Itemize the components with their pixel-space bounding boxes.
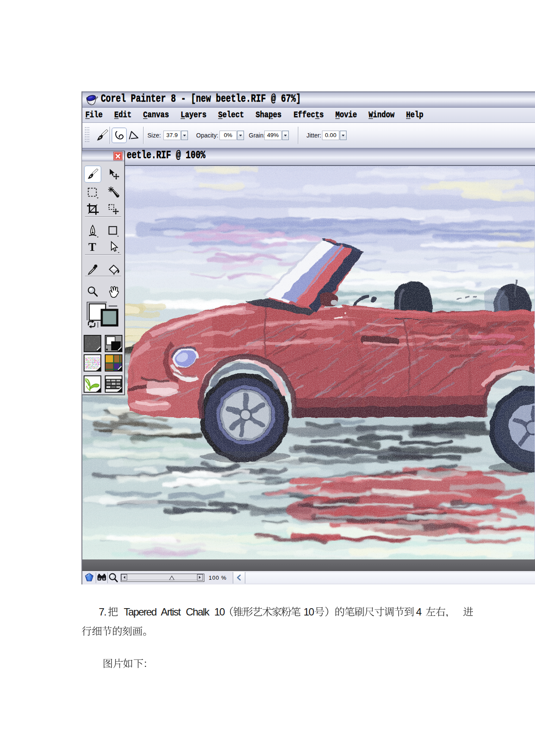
tool-text[interactable]: T bbox=[84, 238, 101, 256]
menu-movie[interactable]: Movie bbox=[335, 110, 357, 120]
scroll-left-button[interactable] bbox=[233, 572, 245, 584]
palette-close-button[interactable] bbox=[113, 152, 122, 160]
tool-paint-bucket[interactable] bbox=[105, 261, 122, 278]
menu-layers[interactable]: Layers bbox=[181, 110, 206, 120]
tool-layer-adjuster[interactable] bbox=[105, 166, 122, 183]
nozzle-selector[interactable] bbox=[84, 375, 101, 393]
canvas-area[interactable] bbox=[82, 166, 535, 559]
draw-freehand-button[interactable] bbox=[112, 128, 127, 143]
text-segment: 10 bbox=[214, 606, 225, 618]
draw-straight-lines-icon[interactable] bbox=[127, 129, 140, 141]
freehand-stroke-icon bbox=[114, 130, 125, 141]
tool-dropper[interactable] bbox=[84, 261, 101, 278]
size-combo[interactable]: 37.9 bbox=[163, 131, 188, 140]
swatch-corner-notch bbox=[96, 347, 100, 351]
menu-effects[interactable]: Effects bbox=[294, 110, 324, 120]
size-dropdown-button[interactable] bbox=[181, 131, 188, 140]
menu-file[interactable]: File bbox=[85, 110, 103, 120]
window-title: Corel Painter 8 - [new beetle.RIF @ 67%] bbox=[101, 93, 301, 105]
cjk-glyph bbox=[445, 606, 456, 617]
crop-icon bbox=[86, 203, 99, 216]
menu-shapes[interactable]: Shapes bbox=[256, 110, 282, 120]
tool-brush[interactable] bbox=[84, 166, 101, 183]
look-selector[interactable] bbox=[105, 375, 122, 393]
tool-shape-selection[interactable] bbox=[105, 238, 122, 256]
cjk-glyph bbox=[364, 606, 375, 617]
grain-combo[interactable]: 49% bbox=[264, 131, 289, 140]
menu-edit[interactable]: Edit bbox=[114, 110, 131, 120]
text-segment bbox=[463, 606, 473, 617]
opacity-dropdown-button[interactable] bbox=[237, 131, 244, 140]
cjk-glyph bbox=[112, 626, 122, 636]
menu-canvas[interactable]: Canvas bbox=[143, 110, 169, 120]
grain-dropdown-button[interactable] bbox=[282, 131, 289, 140]
painter-window: Corel Painter 8 - [new beetle.RIF @ 67%]… bbox=[81, 91, 535, 584]
cjk-glyph bbox=[103, 658, 113, 669]
binoculars-icon[interactable] bbox=[96, 572, 107, 583]
weave-selector[interactable] bbox=[105, 354, 122, 372]
text-segment: Tapered bbox=[124, 606, 156, 618]
cjk-glyph bbox=[314, 606, 325, 617]
grain-label: Grain: bbox=[249, 132, 265, 139]
text-segment bbox=[233, 606, 300, 617]
color-selector[interactable] bbox=[82, 300, 125, 330]
tool-selection-adjuster[interactable] bbox=[105, 200, 122, 218]
menu-select[interactable]: Select bbox=[218, 110, 244, 120]
cjk-glyph bbox=[233, 606, 244, 617]
tool-grabber[interactable] bbox=[105, 283, 122, 300]
text-segment bbox=[223, 606, 233, 617]
opacity-value[interactable]: 0% bbox=[219, 131, 237, 140]
shape-selection-icon bbox=[107, 241, 119, 253]
svg-text:T: T bbox=[88, 241, 96, 253]
cjk-glyph bbox=[113, 658, 123, 669]
brush-icon bbox=[87, 168, 99, 180]
zoom-slider[interactable] bbox=[121, 574, 204, 582]
brush-tool-icon[interactable] bbox=[96, 129, 109, 142]
cjk-glyph bbox=[122, 626, 132, 636]
opacity-label: Opacity: bbox=[196, 132, 218, 139]
tool-magnifier[interactable] bbox=[84, 283, 101, 300]
document-title-bar[interactable]: eetle.RIF @ 100% bbox=[82, 148, 535, 166]
painter-gem-icon[interactable] bbox=[84, 572, 94, 583]
jitter-value[interactable]: 0.00 bbox=[322, 131, 339, 140]
text-tool-icon: T bbox=[87, 241, 99, 253]
cjk-glyph bbox=[344, 606, 355, 617]
grabber-hand-icon bbox=[107, 286, 120, 298]
opacity-combo[interactable]: 0% bbox=[219, 131, 244, 140]
tool-crop[interactable] bbox=[84, 200, 101, 218]
toolbar-grip[interactable] bbox=[84, 126, 90, 145]
cjk-glyph bbox=[133, 658, 144, 669]
tool-rectangular-select[interactable] bbox=[84, 184, 101, 201]
cjk-glyph bbox=[374, 606, 385, 617]
palette-title-bar[interactable] bbox=[82, 151, 124, 161]
tool-magic-wand[interactable] bbox=[105, 184, 122, 201]
jitter-dropdown-button[interactable] bbox=[340, 131, 347, 140]
cjk-glyph bbox=[325, 606, 335, 617]
menu-window[interactable]: Window bbox=[369, 110, 394, 120]
status-bar: 100 % bbox=[82, 571, 535, 584]
cjk-glyph bbox=[262, 606, 272, 617]
pattern-selector[interactable] bbox=[84, 354, 101, 372]
cjk-glyph bbox=[463, 606, 473, 617]
zoom-percentage: 100 % bbox=[209, 575, 227, 581]
title-bar[interactable]: Corel Painter 8 - [new beetle.RIF @ 67%] bbox=[82, 91, 535, 108]
swatch-corner-notch bbox=[96, 387, 100, 392]
document-title: eetle.RIF @ 100% bbox=[127, 149, 205, 162]
magnifier-icon bbox=[87, 286, 99, 298]
menu-help[interactable]: Help bbox=[406, 110, 423, 120]
tools-palette: T bbox=[81, 150, 125, 395]
size-value[interactable]: 37.9 bbox=[163, 131, 181, 140]
gradient-selector[interactable] bbox=[105, 335, 122, 352]
tool-pen[interactable] bbox=[84, 222, 101, 240]
status-magnifier-icon[interactable] bbox=[108, 572, 119, 583]
cjk-glyph bbox=[384, 606, 394, 617]
paper-selector[interactable] bbox=[84, 335, 101, 352]
text-segment: 4 bbox=[416, 606, 421, 618]
tool-rectangle-shape[interactable] bbox=[105, 222, 122, 240]
zoom-slider-thumb[interactable] bbox=[169, 576, 174, 580]
painting-beetle-artwork[interactable] bbox=[82, 166, 535, 559]
magic-wand-icon bbox=[107, 186, 120, 199]
document-page: Corel Painter 8 - [new beetle.RIF @ 67%]… bbox=[0, 0, 535, 756]
grain-value[interactable]: 49% bbox=[264, 131, 282, 140]
jitter-combo[interactable]: 0.00 bbox=[322, 131, 347, 140]
